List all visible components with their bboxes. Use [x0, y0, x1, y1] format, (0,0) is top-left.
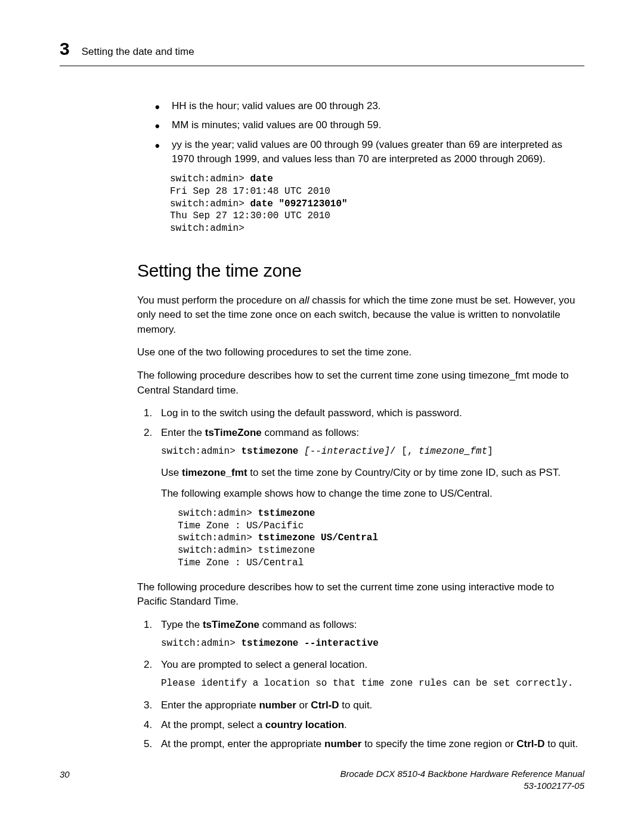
chapter-title: Setting the date and time — [82, 45, 194, 60]
code-line: ] — [487, 446, 493, 457]
code-line: switch:admin> — [170, 174, 250, 184]
text-run: Use — [161, 467, 182, 478]
paragraph: Use timezone_fmt to set the time zone by… — [161, 466, 584, 481]
text-run: . — [344, 719, 347, 730]
bold-text: number — [324, 738, 361, 750]
code-line: Time Zone : US/Central — [178, 558, 304, 568]
bold-text: number — [259, 699, 296, 711]
step-item: Log in to the switch using the default p… — [155, 406, 584, 421]
text-run: to quit. — [544, 738, 578, 750]
step-item: At the prompt, enter the appropriate num… — [155, 737, 584, 752]
text-run: Enter the — [161, 427, 205, 438]
manual-title: Brocade DCX 8510-4 Backbone Hardware Ref… — [340, 768, 584, 780]
text-run: At the prompt, select a — [161, 719, 265, 730]
paragraph: You must perform the procedure on all ch… — [137, 293, 584, 337]
bold-text: country location — [265, 719, 344, 730]
code-line: switch:admin> tstimezone — [178, 545, 315, 556]
code-line: switch:admin> — [178, 508, 258, 519]
bullet-list: HH is the hour; valid values are 00 thro… — [137, 99, 584, 168]
italic-text: all — [299, 295, 309, 306]
paragraph: The following procedure describes how to… — [137, 580, 584, 609]
bold-text: tsTimeZone — [203, 619, 259, 630]
bold-text: timezone_fmt — [182, 467, 247, 478]
footer-title-block: Brocade DCX 8510-4 Backbone Hardware Ref… — [340, 768, 584, 791]
code-line: Fri Sep 28 17:01:48 UTC 2010 — [170, 186, 330, 197]
code-bold: tstimezone — [258, 508, 315, 519]
code-line: switch:admin> — [161, 638, 241, 649]
code-block: switch:admin> date Fri Sep 28 17:01:48 U… — [170, 173, 584, 235]
page-number: 30 — [60, 768, 70, 781]
code-bold: tstimezone — [241, 446, 304, 457]
text-run: Log in to the switch using the default p… — [161, 407, 462, 419]
bold-text: Ctrl-D — [516, 738, 544, 750]
text-run: to specify the time zone region or — [361, 738, 516, 750]
code-block: Please identify a location so that time … — [161, 677, 584, 690]
bullet-item: MM is minutes; valid values are 00 throu… — [155, 118, 584, 133]
text-run: Enter the appropriate — [161, 699, 259, 711]
text-run: Type the — [161, 619, 203, 630]
bullet-item: yy is the year; valid values are 00 thro… — [155, 138, 584, 167]
paragraph: The following example shows how to chang… — [161, 487, 584, 501]
page-header: 3 Setting the date and time — [60, 36, 584, 66]
page: 3 Setting the date and time HH is the ho… — [0, 0, 644, 833]
code-block: switch:admin> tstimezone [--interactive]… — [161, 445, 584, 458]
code-line: switch:admin> — [170, 223, 244, 234]
code-line: Thu Sep 27 12:30:00 UTC 2010 — [170, 210, 330, 221]
ordered-steps: Log in to the switch using the default p… — [137, 406, 584, 569]
step-item: Type the tsTimeZone command as follows: … — [155, 618, 584, 649]
text-run: You must perform the procedure on — [137, 295, 299, 306]
step-item: At the prompt, select a country location… — [155, 718, 584, 733]
text-run: or — [296, 699, 311, 711]
paragraph: Use one of the two following procedures … — [137, 345, 584, 360]
text-run: At the prompt, enter the appropriate — [161, 738, 324, 750]
code-block: switch:admin> tstimezone Time Zone : US/… — [178, 507, 584, 569]
main-content: HH is the hour; valid values are 00 thro… — [137, 99, 584, 752]
paragraph: The following procedure describes how to… — [137, 368, 584, 398]
code-bold: tstimezone --interactive — [241, 638, 378, 649]
code-line: Time Zone : US/Pacific — [178, 521, 304, 531]
text-run: command as follows: — [262, 427, 359, 438]
section-heading: Setting the time zone — [137, 258, 584, 284]
code-italic: [--interactive] — [304, 446, 390, 457]
bullet-item: HH is the hour; valid values are 00 thro… — [155, 99, 584, 114]
code-line: / [, — [390, 446, 419, 457]
page-footer: 30 Brocade DCX 8510-4 Backbone Hardware … — [60, 768, 584, 791]
text-run: to quit. — [339, 699, 373, 711]
doc-number: 53-1002177-05 — [340, 780, 584, 792]
ordered-steps: Type the tsTimeZone command as follows: … — [137, 618, 584, 752]
code-block: switch:admin> tstimezone --interactive — [161, 637, 584, 650]
step-item: Enter the appropriate number or Ctrl-D t… — [155, 698, 584, 713]
step-item: You are prompted to select a general loc… — [155, 658, 584, 689]
step-item: Enter the tsTimeZone command as follows:… — [155, 426, 584, 569]
chapter-number: 3 — [60, 36, 70, 62]
text-run: command as follows: — [259, 619, 357, 630]
code-bold: date — [250, 174, 273, 184]
code-line: switch:admin> — [178, 532, 258, 543]
text-run: You are prompted to select a general loc… — [161, 659, 367, 670]
bold-text: tsTimeZone — [205, 427, 262, 438]
code-line: switch:admin> — [170, 199, 250, 209]
bold-text: Ctrl-D — [311, 699, 339, 711]
text-run: to set the time zone by Country/City or … — [247, 467, 561, 478]
code-italic: timezone_fmt — [419, 446, 487, 457]
code-line: switch:admin> — [161, 446, 241, 457]
code-bold: date "0927123010" — [250, 199, 347, 209]
code-bold: tstimezone US/Central — [258, 532, 378, 543]
